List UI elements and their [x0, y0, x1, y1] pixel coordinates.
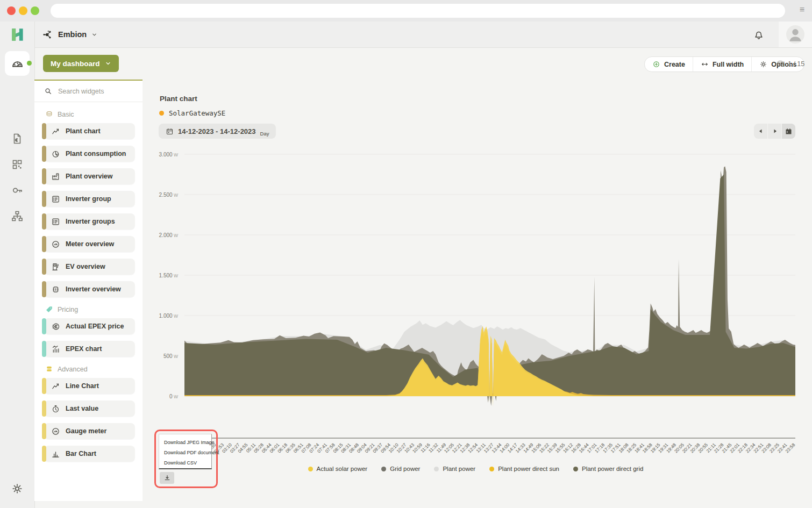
full-width-button[interactable]: Full width — [693, 57, 751, 71]
legend-item-grid-power[interactable]: Grid power — [381, 466, 420, 472]
device-dot — [159, 111, 164, 116]
nav-billing[interactable] — [11, 132, 24, 145]
address-bar[interactable] — [51, 4, 785, 18]
window-close-button[interactable] — [7, 6, 16, 15]
date-range-text: 14-12-2023 - 14-12-2023 — [178, 127, 256, 135]
widget-item-line-chart[interactable]: Line Chart — [44, 378, 135, 394]
menu-item-download-csv[interactable]: Download CSV — [164, 458, 211, 468]
molecule-icon — [42, 29, 53, 40]
widget-item-meter-overview[interactable]: Meter overview — [44, 236, 135, 252]
org-selector[interactable]: Embion — [42, 22, 97, 47]
triangle-left-icon — [758, 128, 764, 134]
invoice-euro-icon — [11, 132, 24, 145]
date-nav-controls — [754, 124, 795, 139]
grid-icon — [11, 158, 24, 171]
app-logo[interactable] — [0, 22, 35, 47]
browser-menu-icon[interactable]: ≡ — [800, 5, 804, 15]
widget-item-plant-chart[interactable]: Plant chart — [44, 123, 135, 139]
gear-icon — [11, 482, 24, 495]
widget-item-plant-consumption[interactable]: Plant consumption — [44, 146, 135, 162]
nav-dashboards[interactable] — [5, 51, 30, 76]
widget-item-epex-chart[interactable]: EPEX chart — [44, 341, 135, 357]
gauge-icon — [10, 56, 25, 71]
nav-hierarchy[interactable] — [11, 210, 24, 223]
plant-chart-plot[interactable]: 3.000 W2.500 W2.000 W1.500 W1.000 W500 W… — [153, 151, 798, 466]
nav-rail — [0, 47, 35, 508]
y-tick-label: 2.500 W — [159, 192, 178, 198]
user-menu[interactable] — [779, 22, 812, 47]
meter-icon — [51, 427, 60, 436]
triangle-right-icon — [772, 128, 778, 134]
org-name: Embion — [58, 30, 87, 39]
legend-dot — [434, 467, 439, 471]
prev-period-button[interactable] — [754, 124, 767, 139]
section-header-pricing: Pricing — [45, 305, 143, 313]
chart-export-button[interactable] — [160, 472, 174, 484]
widget-item-actual-epex-price[interactable]: Actual EPEX price — [44, 318, 135, 334]
bell-icon — [753, 28, 765, 40]
chevron-down-icon — [105, 60, 111, 67]
stopwatch-icon — [51, 404, 60, 413]
menu-item-download-pdf[interactable]: Download PDF document — [164, 448, 211, 458]
layers-icon — [45, 110, 53, 118]
y-tick-label: 1.500 W — [159, 273, 178, 278]
widget-sidebar: Basic Plant chart Plant consumption Plan… — [34, 80, 143, 501]
nav-widgets[interactable] — [11, 158, 24, 171]
legend-item-plant-power-direct-sun[interactable]: Plant power direct sun — [489, 466, 559, 472]
widget-item-inverter-group[interactable]: Inverter group — [44, 191, 135, 207]
widget-item-inverter-groups[interactable]: Inverter groups — [44, 213, 135, 230]
dashboard-name: My dashboard — [51, 60, 100, 68]
calendar-button[interactable] — [781, 124, 795, 139]
menu-item-download-jpeg[interactable]: Download JPEG Image — [164, 438, 211, 448]
sitemap-icon — [11, 210, 24, 223]
legend-dot — [381, 467, 386, 471]
avatar — [786, 25, 804, 44]
y-tick-label: 1.000 W — [159, 313, 178, 319]
chart-legend: Actual solar powerGrid powerPlant powerP… — [153, 466, 798, 472]
date-range-picker[interactable]: 14-12-2023 - 14-12-2023 Day — [159, 124, 276, 139]
window-minimize-button[interactable] — [19, 6, 27, 15]
dashboard-selector-button[interactable]: My dashboard — [43, 55, 119, 72]
download-icon — [163, 474, 171, 482]
widget-item-plant-overview[interactable]: Plant overview — [44, 168, 135, 184]
nav-access-keys[interactable] — [11, 184, 24, 197]
create-button[interactable]: Create — [645, 57, 693, 71]
gear-icon — [759, 60, 767, 68]
search-input[interactable] — [57, 87, 134, 96]
section-header-advanced: Advanced — [45, 365, 143, 373]
list-icon — [51, 217, 60, 226]
y-tick-label: 0 W — [169, 393, 178, 399]
window-maximize-button[interactable] — [31, 6, 39, 15]
factory-icon — [51, 172, 60, 181]
key-icon — [11, 184, 24, 197]
download-menu: Download JPEG Image Download PDF documen… — [159, 434, 212, 469]
legend-item-actual-solar-power[interactable]: Actual solar power — [308, 466, 368, 472]
chip-icon — [51, 285, 60, 294]
notifications-button[interactable] — [753, 28, 765, 40]
device-legend[interactable]: SolarGatewaySE — [159, 109, 225, 117]
tag-icon — [45, 305, 53, 313]
widget-item-ev-overview[interactable]: EV overview — [44, 259, 135, 275]
h-logo-icon — [10, 27, 25, 42]
device-name: SolarGatewaySE — [169, 109, 225, 117]
legend-item-plant-power[interactable]: Plant power — [434, 466, 475, 472]
legend-item-plant-power-direct-grid[interactable]: Plant power direct grid — [573, 466, 643, 472]
y-tick-label: 500 W — [163, 353, 178, 359]
granularity-label: Day — [260, 131, 269, 137]
widget-item-bar-chart[interactable]: Bar Chart — [44, 446, 135, 462]
y-tick-label: 2.000 W — [159, 232, 178, 238]
section-header-basic: Basic — [45, 110, 143, 118]
widget-item-inverter-overview[interactable]: Inverter overview — [44, 281, 135, 297]
line-chart-icon — [51, 127, 60, 136]
dashboard-page-indicator: 1 / 15 — [776, 56, 804, 71]
list-icon — [51, 195, 60, 204]
browser-chrome: ≡ — [0, 0, 812, 22]
next-period-button[interactable] — [767, 124, 781, 139]
widget-item-last-value[interactable]: Last value — [44, 400, 135, 417]
nav-settings[interactable] — [11, 482, 24, 495]
y-tick-label: 3.000 W — [159, 152, 178, 158]
calendar-icon — [785, 127, 793, 135]
widget-item-gauge-meter[interactable]: Gauge meter — [44, 423, 135, 439]
widget-search — [34, 81, 143, 102]
bar-chart-icon — [51, 449, 60, 459]
